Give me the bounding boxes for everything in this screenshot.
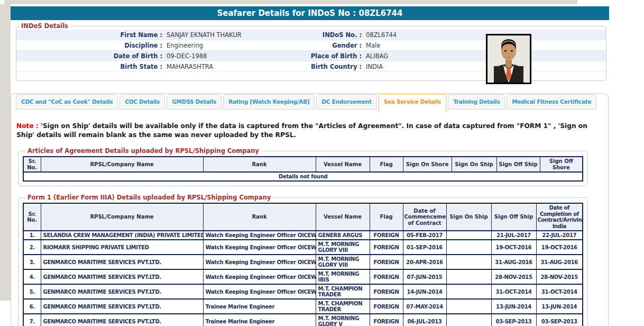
cell-company: RIOMARR SHIPPING PRIVATE LIMITED [41,240,203,255]
cell-completion: 22-JUL-2017 [536,231,583,240]
cell-sign-on-ship [446,255,491,269]
form1-header-completion: Date of Completion of Contract/Arriving … [536,203,583,231]
aoa-header-vessel: Vessel Name [316,157,370,172]
cell-sign-off-ship: 13-JUN-2014 [491,299,536,314]
cell-completion: 31-OCT-2014 [536,284,583,299]
articles-of-agreement-panel: Articles of Agreement Details uploaded b… [18,147,588,186]
cell-vessel: M.T. CHAMPION TRADER [316,284,370,299]
cell-sr-no: 1. [23,231,41,240]
cell-rank: Watch Keeping Engineer Officer OICEW [203,231,316,240]
cell-commencement: 20-APR-2016 [403,255,446,269]
aoa-header-rank: Rank [203,157,316,172]
cell-flag: FOREIGN [370,240,403,255]
cell-commencement: 07-MAY-2014 [403,299,446,314]
form1-legend: Form 1 (Earlier Form IIIA) Details uploa… [25,194,273,201]
cell-rank: Watch Keeping Engineer Officer OICEW [203,240,316,255]
table-row: 2. RIOMARR SHIPPING PRIVATE LIMITED Watc… [23,240,583,255]
first-name-label: First Name : [16,30,162,40]
articles-of-agreement-table: Sr. No. RPSL/Company Name Rank Vessel Na… [23,156,583,182]
seafarer-photo [486,34,531,84]
cell-vessel: M.T. MORNING GLORY VIII [316,255,370,269]
cell-sign-on-ship [446,284,491,299]
cell-flag: FOREIGN [370,255,403,269]
cell-rank: Watch Keeping Engineer Officer OICEW [203,284,316,299]
indos-no-label: INDoS No. : [292,30,362,40]
cell-vessel: GENER8 ARGUS [316,231,370,240]
cell-completion: 19-OCT-2016 [536,240,583,255]
page-edge-left [0,4,11,301]
date-of-birth-value: 09-DEC-1988 [167,51,292,61]
aoa-header-sr-no: Sr. No. [23,157,41,172]
cell-commencement: 05-FEB-2017 [403,231,446,240]
articles-of-agreement-legend: Articles of Agreement Details uploaded b… [25,147,261,155]
cell-sign-off-ship: 31-AUG-2016 [491,255,536,269]
page-title: Seafarer Details for INDoS No : 08ZL6744 [11,6,609,20]
form1-header-vessel: Vessel Name [316,203,370,231]
form1-header-sign-on-ship: Sign On Ship [446,203,491,231]
cell-completion: 31-AUG-2016 [536,255,583,269]
cell-completion: 13-JUN-2014 [536,299,583,314]
table-row: 3. GENMARCO MARITIME SERVICES PVT.LTD. W… [23,255,583,269]
form1-header-sign-off-ship: Sign Off Ship [491,203,536,231]
cell-sign-off-ship: 19-OCT-2016 [491,240,536,255]
cell-sr-no: 7. [23,314,41,326]
aoa-header-sign-off-shore: Sign Off Shore [540,157,583,172]
form1-header-row: Sr. No. RPSL/Company Name Rank Vessel Na… [23,203,583,231]
cell-sr-no: 6. [23,299,41,314]
tab-bar: CDC and "CoC as Cook" Details COC Detail… [11,94,608,113]
cell-completion: 03-SEP-2013 [536,314,583,326]
cell-sr-no: 3. [23,255,41,269]
tab-rating-watch-keeping-ab[interactable]: Rating [Watch Keeping/AB] [223,94,315,110]
tab-sea-service-details[interactable]: Sea Service Details [379,94,446,112]
form1-header-company: RPSL/Company Name [41,203,203,231]
cell-sign-off-ship: 03-SEP-2013 [491,314,536,326]
cell-company: GENMARCO MARITIME SERVICES PVT.LTD. [41,284,203,299]
sign-on-ship-note: Note : 'Sign on Ship' details will be av… [16,122,593,140]
cell-sign-on-ship [446,231,491,240]
cell-company: GENMARCO MARITIME SERVICES PVT.LTD. [41,314,203,326]
page-edge-top [4,0,577,4]
cell-rank: Watch Keeping Engineer Officer OICEW [203,269,316,284]
aoa-header-row: Sr. No. RPSL/Company Name Rank Vessel Na… [23,157,583,172]
birth-state-label: Birth State : [16,61,162,71]
cell-flag: FOREIGN [370,284,403,299]
form1-table: Sr. No. RPSL/Company Name Rank Vessel Na… [23,203,583,326]
aoa-empty-message: Details not found [23,172,583,181]
cell-sign-on-ship [446,299,491,314]
form1-header-sr-no: Sr. No. [23,203,41,231]
cell-company: GENMARCO MARITIME SERVICES PVT.LTD. [41,269,203,284]
cell-sign-off-ship: 21-JUL-2017 [491,231,536,240]
note-label: Note : [16,122,39,130]
cell-flag: FOREIGN [370,269,403,284]
cell-commencement: 01-SEP-2016 [403,240,446,255]
aoa-empty-row: Details not found [23,172,583,181]
tab-coc-details[interactable]: COC Details [119,94,165,110]
aoa-header-sign-on-shore: Sign On Shore [403,157,452,172]
birth-state-value: MAHARASHTRA [167,61,292,71]
tab-dc-endorsement[interactable]: DC Endorsement [316,94,376,110]
cell-sign-off-ship: 31-OCT-2014 [491,284,536,299]
cell-sr-no: 4. [23,269,41,284]
cell-company: GENMARCO MARITIME SERVICES PVT.LTD. [41,299,203,314]
cell-vessel: M.T. MORNING GLORY V [316,314,370,326]
discipline-value: Engineering [167,40,292,50]
tab-cdc-coc-cook-details[interactable]: CDC and "CoC as Cook" Details [16,94,118,110]
form1-header-flag: Flag [370,203,403,231]
aoa-header-flag: Flag [370,157,403,172]
cell-commencement: 14-JUN-2014 [403,284,446,299]
tab-gmdss-details[interactable]: GMDSS Details [167,94,222,110]
gender-label: Gender : [292,40,362,50]
aoa-header-sign-off-ship: Sign Off Ship [496,157,540,172]
cell-sr-no: 2. [23,240,41,255]
tab-medical-fitness-certificate[interactable]: Medical Fitness Certificate [507,94,596,110]
tab-training-details[interactable]: Training Details [448,94,505,110]
date-of-birth-label: Date of Birth : [16,51,162,61]
cell-sign-on-ship [446,314,491,326]
indos-details-legend: INDoS Details [19,22,70,30]
form1-header-rank: Rank [203,203,316,231]
note-text: 'Sign on Ship' details will be available… [16,122,587,139]
cell-sign-on-ship [446,240,491,255]
table-row: 7. GENMARCO MARITIME SERVICES PVT.LTD. T… [23,314,583,326]
cell-completion: 28-NOV-2015 [536,269,583,284]
seafarer-photo-graphic [487,35,530,83]
